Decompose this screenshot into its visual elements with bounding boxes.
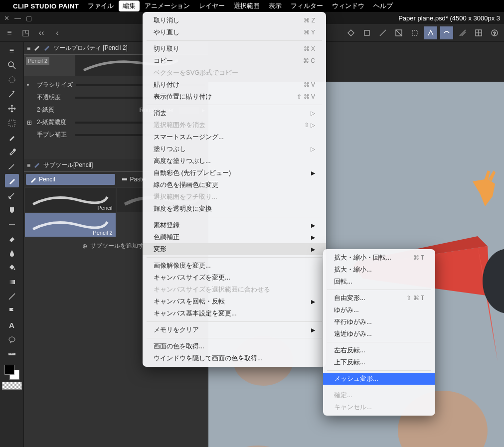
color-swatch[interactable] (4, 365, 19, 380)
pencil-tool-icon[interactable] (5, 174, 19, 187)
menu-filter[interactable]: フィルター (291, 1, 323, 10)
menu-item[interactable]: 自由変形...⇧ ⌘ T (323, 292, 435, 304)
menu-item[interactable]: 左右反転... (323, 344, 435, 356)
menu-item[interactable]: 輝度を透明度に変換 (143, 203, 326, 215)
menu-item[interactable]: 高度な塗りつぶし... (143, 155, 326, 167)
hamburger-icon[interactable]: ≡ (27, 162, 30, 169)
menu-item[interactable]: ウインドウを隠して画面の色を取得... (143, 352, 326, 364)
menu-item[interactable]: 回転... (323, 276, 435, 288)
snap-e-icon[interactable] (440, 26, 453, 39)
menu-item[interactable]: 画像解像度を変更... (143, 260, 326, 272)
nav-splash-icon[interactable]: ◳ (19, 26, 32, 39)
svg-point-10 (8, 62, 13, 67)
marquee-tool-icon[interactable] (5, 73, 19, 86)
menu-item[interactable]: メッシュ変形... (323, 373, 435, 385)
menu-item[interactable]: メモリをクリア▶ (143, 324, 326, 336)
pen-tool-icon[interactable] (5, 131, 19, 144)
menu-item: キャンセル... (323, 401, 435, 413)
menu-view[interactable]: 表示 (269, 1, 282, 10)
grid-icon[interactable] (472, 26, 485, 39)
chevron-right-icon: ▶ (311, 170, 315, 176)
svg-rect-0 (364, 30, 369, 35)
hamburger-icon[interactable]: ≡ (27, 45, 30, 52)
menu-file[interactable]: ファイル (88, 1, 114, 10)
selection-tool-icon[interactable] (5, 116, 19, 130)
menu-edit[interactable]: 編集 (119, 0, 140, 11)
menu-item: 選択範囲をフチ取り... (143, 191, 326, 203)
balloon-tool-icon[interactable] (5, 333, 19, 346)
eraser-tool-icon[interactable] (5, 232, 19, 245)
transparent-swatch[interactable] (2, 382, 22, 390)
snap-diamond-icon[interactable] (344, 26, 357, 39)
menu-item[interactable]: 塗りつぶし▷ (143, 143, 326, 155)
search-tool-icon[interactable] (5, 58, 19, 72)
flag-tool-icon[interactable] (5, 304, 19, 317)
eyedrop-tool-icon[interactable] (5, 145, 19, 158)
menu-item[interactable]: 素材登録▶ (143, 219, 326, 231)
snap-b-icon[interactable] (392, 26, 405, 39)
snap-f-icon[interactable] (456, 26, 469, 39)
menu-item[interactable]: 拡大・縮小... (323, 264, 435, 276)
gradient-tool-icon[interactable] (5, 275, 19, 289)
menu-item[interactable]: スマートスムージング... (143, 131, 326, 143)
menu-item[interactable]: 変形▶ (143, 243, 326, 255)
menu-item[interactable]: キャンバスを回転・反転▶ (143, 296, 326, 307)
svg-line-21 (9, 294, 15, 299)
bucket-tool-icon[interactable] (5, 261, 19, 274)
airbrush-tool-icon[interactable] (5, 188, 19, 202)
snap-d-icon[interactable] (424, 26, 437, 39)
menu-item[interactable]: 遠近ゆがみ... (323, 328, 435, 340)
menu-window[interactable]: ウィンドウ (332, 1, 364, 10)
fill-tool-icon[interactable] (5, 203, 19, 216)
chevron-right-icon: ▶ (311, 222, 315, 229)
snap-c-icon[interactable] (408, 26, 421, 39)
menu-item[interactable]: 自動彩色 (先行プレビュー)▶ (143, 167, 326, 179)
close-icon[interactable]: ✕ (4, 14, 9, 22)
menu-item[interactable]: 色調補正▶ (143, 231, 326, 243)
nav-back-icon[interactable]: ≡ (3, 26, 16, 39)
menu-item[interactable]: キャンバスサイズを変更... (143, 272, 326, 284)
minimize-icon[interactable]: — (14, 14, 21, 22)
snap-a-icon[interactable] (376, 26, 389, 39)
menu-item[interactable]: 取り消し⌘ Z (143, 14, 326, 26)
menu-item[interactable]: 線の色を描画色に変更 (143, 179, 326, 191)
menu-item[interactable]: 切り取り⌘ X (143, 43, 326, 55)
ruler-tool-icon[interactable] (5, 347, 19, 361)
brush-tool-icon[interactable] (5, 159, 19, 173)
svg-point-19 (13, 268, 15, 270)
move-tool-icon[interactable] (5, 102, 19, 115)
menu-item[interactable]: コピー⌘ C (143, 55, 326, 67)
hamburger-icon[interactable]: ≡ (5, 44, 19, 57)
help-icon[interactable]: ? (488, 26, 501, 39)
menu-item[interactable]: 消去▷ (143, 107, 326, 119)
blend-tool-icon[interactable] (5, 246, 19, 260)
menu-selection[interactable]: 選択範囲 (234, 1, 260, 10)
wand-tool-icon[interactable] (5, 87, 19, 101)
subtool-tab-pencil[interactable]: Pencil (26, 174, 115, 185)
plus-icon: ⊕ (82, 243, 87, 250)
menu-item[interactable]: 表示位置に貼り付け⇧ ⌘ V (143, 91, 326, 103)
line-tool-icon[interactable] (5, 217, 19, 231)
menu-item[interactable]: 上下反転... (323, 356, 435, 368)
menu-item[interactable]: 平行ゆがみ... (323, 316, 435, 328)
subtool-pencil[interactable]: Pencil (25, 188, 116, 212)
menu-item[interactable]: やり直し⌘ Y (143, 26, 326, 38)
snap-crop-icon[interactable] (360, 26, 373, 39)
text-tool-icon[interactable]: A (5, 318, 19, 332)
menu-item[interactable]: ゆがみ... (323, 304, 435, 316)
app-name[interactable]: CLIP STUDIO PAINT (13, 2, 79, 10)
nav-left-icon[interactable]: ‹‹ (35, 26, 48, 39)
menu-item[interactable]: キャンバス基本設定を変更... (143, 307, 326, 319)
separator (147, 338, 322, 338)
nav-caret-icon[interactable]: ‹ (51, 26, 64, 39)
shape-tool-icon[interactable] (5, 290, 19, 303)
document-title: Paper plane.psd* (4500 x 3000px 3 (398, 14, 500, 22)
menu-item[interactable]: 画面の色を取得... (143, 340, 326, 352)
subtool-pencil2[interactable]: Pencil 2 (25, 213, 116, 237)
maximize-icon[interactable]: ▢ (26, 14, 32, 22)
menu-help[interactable]: ヘルプ (373, 1, 393, 10)
menu-item[interactable]: 拡大・縮小・回転...⌘ T (323, 252, 435, 264)
menu-layer[interactable]: レイヤー (199, 1, 225, 10)
menu-item[interactable]: 貼り付け⌘ V (143, 79, 326, 91)
menu-animation[interactable]: アニメーション (145, 1, 190, 10)
